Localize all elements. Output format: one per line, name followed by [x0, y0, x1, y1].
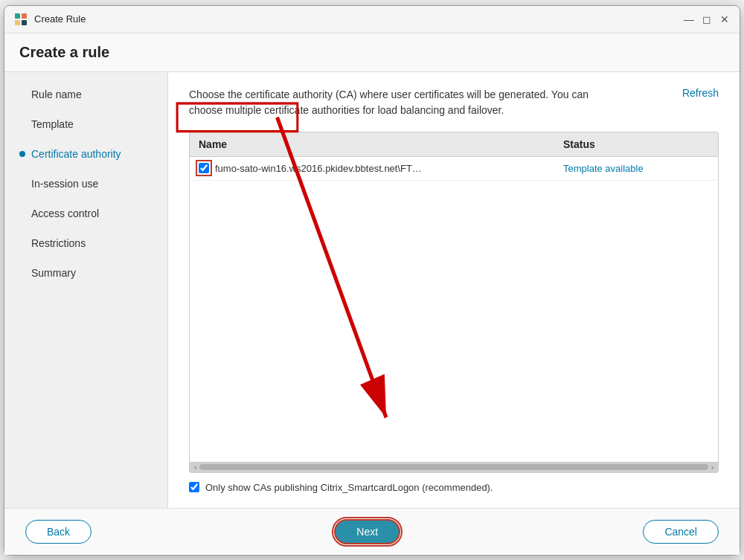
description-row: Choose the certificate authority (CA) wh…: [189, 87, 719, 118]
maximize-button[interactable]: ◻: [701, 13, 713, 25]
dot-placeholder-4: [19, 210, 25, 216]
title-bar: Create Rule — ◻ ✕: [4, 6, 740, 33]
cancel-button[interactable]: Cancel: [643, 520, 719, 544]
ca-checkbox[interactable]: [199, 163, 209, 173]
table-body: fumo-sato-win16.ws2016.pkidev.bbtest.net…: [190, 157, 718, 462]
scroll-left-arrow[interactable]: ‹: [194, 463, 196, 472]
main-content: Rule name Template Certificate authority…: [4, 72, 740, 508]
col-header-status: Status: [554, 132, 718, 156]
sidebar-item-access-control[interactable]: Access control: [4, 199, 167, 228]
page-title: Create a rule: [19, 44, 725, 61]
create-rule-window: Create Rule — ◻ ✕ Create a rule Rule nam…: [4, 5, 740, 556]
svg-rect-1: [22, 13, 27, 19]
table-header: Name Status: [190, 132, 718, 157]
ca-status-cell: Template available: [554, 157, 718, 180]
filter-checkbox[interactable]: [189, 482, 199, 492]
refresh-link[interactable]: Refresh: [682, 87, 719, 99]
horizontal-scrollbar[interactable]: ‹ ›: [190, 462, 718, 472]
sidebar-label-rule-name: Rule name: [31, 88, 82, 100]
dot-placeholder-2: [19, 121, 25, 127]
ca-name-text: fumo-sato-win16.ws2016.pkidev.bbtest.net…: [215, 163, 423, 174]
sidebar: Rule name Template Certificate authority…: [4, 72, 168, 508]
col-header-name: Name: [190, 132, 554, 156]
sidebar-label-summary: Summary: [31, 267, 76, 279]
active-dot: [19, 151, 25, 157]
scroll-right-arrow[interactable]: ›: [711, 463, 713, 472]
filter-label: Only show CAs publishing Citrix_Smartcar…: [205, 482, 493, 493]
sidebar-label-template: Template: [31, 118, 74, 130]
sidebar-item-restrictions[interactable]: Restrictions: [4, 228, 167, 258]
scroll-thumb[interactable]: [199, 464, 708, 470]
sidebar-item-certificate-authority[interactable]: Certificate authority: [4, 139, 167, 169]
title-bar-left: Create Rule: [13, 12, 86, 27]
app-icon: [13, 12, 28, 27]
sidebar-label-in-session-use: In-session use: [31, 178, 98, 190]
bottom-bar: Back Next Cancel: [4, 508, 740, 555]
dot-placeholder-3: [19, 181, 25, 187]
minimize-button[interactable]: —: [683, 13, 695, 25]
content-wrapper: Choose the certificate authority (CA) wh…: [168, 72, 740, 508]
description-text: Choose the certificate authority (CA) wh…: [189, 87, 620, 118]
sidebar-item-in-session-use[interactable]: In-session use: [4, 169, 167, 199]
back-button[interactable]: Back: [25, 520, 92, 544]
table-row: fumo-sato-win16.ws2016.pkidev.bbtest.net…: [190, 157, 718, 181]
svg-rect-3: [22, 20, 27, 25]
content-area: Choose the certificate authority (CA) wh…: [168, 72, 740, 508]
svg-rect-2: [15, 20, 20, 25]
sidebar-item-summary[interactable]: Summary: [4, 258, 167, 288]
sidebar-item-template[interactable]: Template: [4, 109, 167, 139]
dot-placeholder-1: [19, 91, 25, 97]
sidebar-label-certificate-authority: Certificate authority: [31, 148, 121, 160]
sidebar-label-restrictions: Restrictions: [31, 237, 86, 249]
filter-row: Only show CAs publishing Citrix_Smartcar…: [189, 482, 719, 493]
window-title: Create Rule: [34, 13, 86, 25]
dot-placeholder-5: [19, 240, 25, 246]
next-button[interactable]: Next: [334, 519, 400, 544]
sidebar-label-access-control: Access control: [31, 207, 99, 219]
svg-rect-0: [15, 13, 20, 19]
close-button[interactable]: ✕: [719, 13, 731, 25]
window-controls: — ◻ ✕: [683, 13, 731, 25]
sidebar-item-rule-name[interactable]: Rule name: [4, 80, 167, 109]
page-title-bar: Create a rule: [4, 33, 740, 72]
ca-table: Name Status fumo-sato-win16.ws2016.pkide…: [189, 132, 719, 473]
ca-name-cell: fumo-sato-win16.ws2016.pkidev.bbtest.net…: [190, 157, 554, 180]
dot-placeholder-6: [19, 270, 25, 276]
